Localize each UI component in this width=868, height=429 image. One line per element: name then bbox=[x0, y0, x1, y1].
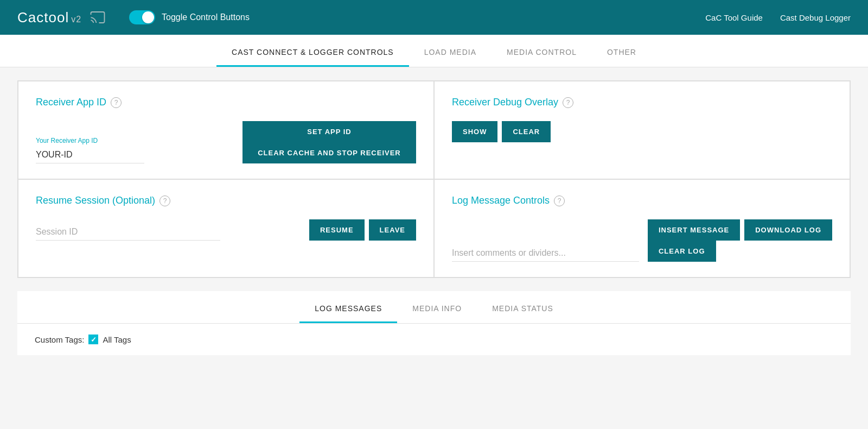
resume-session-help-icon[interactable]: ? bbox=[159, 195, 170, 206]
tab-other[interactable]: OTHER bbox=[592, 39, 652, 67]
logo-text: Cactool bbox=[17, 9, 69, 26]
custom-tags-label: Custom Tags: bbox=[35, 335, 84, 344]
resume-session-card: Resume Session (Optional) ? RESUME LEAVE bbox=[18, 179, 434, 277]
header-nav: CaC Tool Guide Cast Debug Logger bbox=[705, 13, 851, 22]
log-message-controls-body: INSERT MESSAGE DOWNLOAD LOG CLEAR LOG bbox=[452, 219, 832, 262]
receiver-debug-overlay-card: Receiver Debug Overlay ? SHOW CLEAR bbox=[434, 81, 850, 179]
toggle-section: Toggle Control Buttons bbox=[129, 10, 250, 24]
log-buttons-top-row: INSERT MESSAGE DOWNLOAD LOG bbox=[648, 219, 832, 241]
clear-log-button[interactable]: CLEAR LOG bbox=[648, 241, 716, 262]
log-comment-input[interactable] bbox=[452, 245, 639, 262]
leave-button[interactable]: LEAVE bbox=[369, 219, 416, 241]
tab-log-messages[interactable]: LOG MESSAGES bbox=[299, 295, 397, 323]
receiver-app-id-help-icon[interactable]: ? bbox=[111, 97, 122, 108]
show-debug-overlay-button[interactable]: SHOW bbox=[452, 121, 497, 142]
debug-overlay-buttons: SHOW CLEAR bbox=[452, 121, 832, 142]
set-app-id-button[interactable]: SET APP ID bbox=[242, 121, 416, 142]
session-id-input[interactable] bbox=[36, 224, 220, 241]
main-tabs: CAST CONNECT & LOGGER CONTROLS LOAD MEDI… bbox=[0, 35, 868, 67]
log-buttons: INSERT MESSAGE DOWNLOAD LOG CLEAR LOG bbox=[648, 219, 832, 262]
resume-session-body: RESUME LEAVE bbox=[36, 219, 416, 241]
receiver-app-id-input-group: Your Receiver App ID bbox=[36, 137, 144, 163]
tab-cast-connect[interactable]: CAST CONNECT & LOGGER CONTROLS bbox=[216, 39, 409, 67]
receiver-debug-overlay-title: Receiver Debug Overlay ? bbox=[452, 97, 832, 108]
insert-message-button[interactable]: INSERT MESSAGE bbox=[648, 219, 740, 241]
main-content: Receiver App ID ? Your Receiver App ID S… bbox=[0, 67, 868, 368]
app-header: Cactool v2 Toggle Control Buttons CaC To… bbox=[0, 0, 868, 35]
clear-cache-stop-receiver-button[interactable]: CLEAR CACHE AND STOP RECEIVER bbox=[242, 142, 416, 163]
all-tags-label: All Tags bbox=[103, 335, 131, 344]
bottom-tabs: LOG MESSAGES MEDIA INFO MEDIA STATUS bbox=[17, 291, 851, 324]
receiver-debug-overlay-help-icon[interactable]: ? bbox=[563, 97, 573, 108]
resume-button[interactable]: RESUME bbox=[309, 219, 365, 241]
resume-session-buttons: RESUME LEAVE bbox=[309, 219, 416, 241]
tab-media-control[interactable]: MEDIA CONTROL bbox=[492, 39, 592, 67]
receiver-app-id-input[interactable] bbox=[36, 147, 144, 163]
tab-media-status[interactable]: MEDIA STATUS bbox=[477, 295, 569, 323]
custom-tags-row: Custom Tags: All Tags bbox=[17, 324, 851, 355]
receiver-app-id-card: Receiver App ID ? Your Receiver App ID S… bbox=[18, 81, 434, 179]
cast-icon bbox=[88, 9, 107, 26]
clear-debug-overlay-button[interactable]: CLEAR bbox=[502, 121, 551, 142]
app-logo: Cactool v2 bbox=[17, 9, 107, 26]
receiver-app-id-body: Your Receiver App ID SET APP ID CLEAR CA… bbox=[36, 121, 416, 163]
resume-session-title: Resume Session (Optional) ? bbox=[36, 195, 416, 206]
log-message-controls-title: Log Message Controls ? bbox=[452, 195, 832, 206]
log-message-controls-help-icon[interactable]: ? bbox=[554, 195, 565, 206]
log-message-controls-card: Log Message Controls ? INSERT MESSAGE DO… bbox=[434, 179, 850, 277]
tab-load-media[interactable]: LOAD MEDIA bbox=[409, 39, 492, 67]
tab-media-info[interactable]: MEDIA INFO bbox=[397, 295, 477, 323]
all-tags-checkbox[interactable] bbox=[88, 335, 98, 344]
cast-debug-logger-link[interactable]: Cast Debug Logger bbox=[780, 13, 851, 22]
logo-version: v2 bbox=[71, 15, 81, 24]
receiver-app-id-input-label: Your Receiver App ID bbox=[36, 137, 144, 144]
cards-grid: Receiver App ID ? Your Receiver App ID S… bbox=[17, 80, 851, 278]
download-log-button[interactable]: DOWNLOAD LOG bbox=[744, 219, 832, 241]
toggle-control-buttons[interactable] bbox=[129, 10, 155, 24]
receiver-app-id-buttons: SET APP ID CLEAR CACHE AND STOP RECEIVER bbox=[242, 121, 416, 163]
receiver-app-id-title: Receiver App ID ? bbox=[36, 97, 416, 108]
cac-tool-guide-link[interactable]: CaC Tool Guide bbox=[705, 13, 763, 22]
toggle-label: Toggle Control Buttons bbox=[162, 12, 250, 22]
